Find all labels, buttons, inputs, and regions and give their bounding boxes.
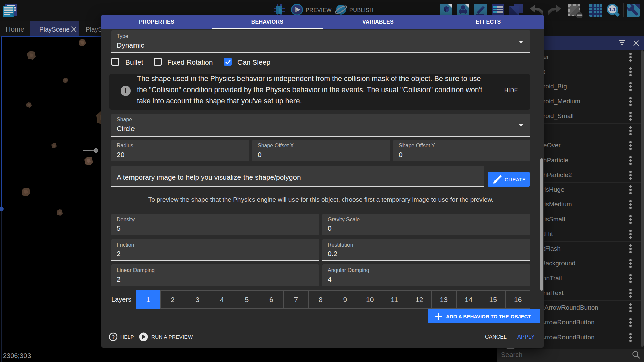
svg-text:1:1: 1:1: [609, 7, 616, 12]
svg-text:?: ?: [112, 334, 115, 340]
